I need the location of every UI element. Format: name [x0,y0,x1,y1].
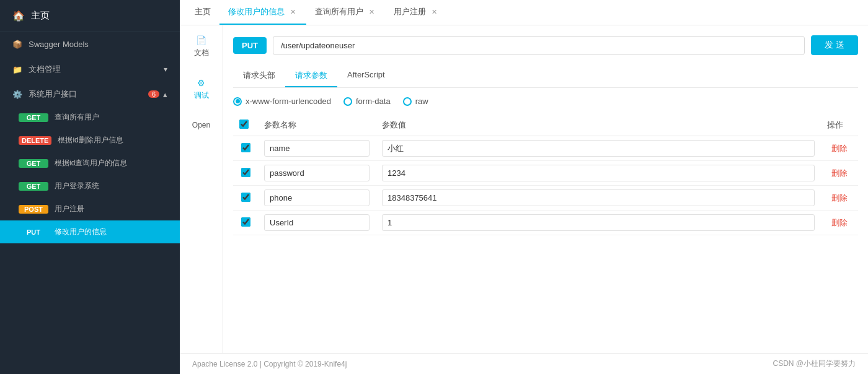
left-panel-debug-label: 调试 [194,90,209,101]
param-value-input-0[interactable] [382,140,815,157]
swagger-icon: 📦 [12,40,22,49]
param-checkbox-2[interactable] [241,193,250,202]
collapse-icon: ▴ [163,90,167,99]
debug-panel-icon: ⚙ [197,78,205,88]
param-name-cell [258,211,376,235]
method-badge-put: PUT [19,228,48,237]
home-icon: 🏠 [12,10,25,22]
sidebar-home[interactable]: 🏠 主页 [0,0,180,32]
delete-button-0[interactable]: 删除 [831,143,848,154]
param-name-input-0[interactable] [264,140,370,157]
main-content: 主页 修改用户的信息 ✕ 查询所有用户 ✕ 用户注册 ✕ 📄 文档 [180,0,868,374]
method-badge-post: POST [19,205,48,214]
params-table-header: 参数名称 参数值 操作 [233,115,858,136]
tab-home[interactable]: 主页 [186,0,219,25]
param-name-input-1[interactable] [264,165,370,181]
delete-button-2[interactable]: 删除 [831,193,848,204]
sidebar-api-label-0: 查询所有用户 [55,112,99,123]
params-table-body: 删除 删除 删除 [233,136,858,235]
sidebar-api-register[interactable]: POST 用户注册 [0,198,180,220]
tab-update-label: 修改用户的信息 [228,6,285,17]
footer-author: CSDN @小杜同学要努力 [773,359,856,369]
param-check-cell [233,136,258,161]
param-checkbox-0[interactable] [241,143,250,152]
radio-urlencoded-label: x-www-form-urlencoded [246,97,331,106]
param-value-input-1[interactable] [382,165,815,181]
radio-formdata-circle [343,97,352,106]
param-op-cell: 删除 [821,161,858,186]
radio-urlencoded[interactable]: x-www-form-urlencoded [233,97,331,106]
tab-register-label: 用户注册 [394,6,426,17]
param-name-cell [258,186,376,211]
param-checkbox-1[interactable] [241,168,250,177]
sidebar-api-get-all[interactable]: GET 查询所有用户 [0,106,180,129]
param-name-cell [258,136,376,161]
left-panel-doc[interactable]: 📄 文档 [190,32,213,62]
table-row: 删除 [233,136,858,161]
radio-formdata[interactable]: form-data [343,97,391,106]
select-all-checkbox[interactable] [239,120,249,129]
sidebar-api-get-by-id[interactable]: GET 根据id查询用户的信息 [0,152,180,175]
req-tab-headers[interactable]: 请求头部 [233,65,285,87]
method-badge-get3: GET [19,182,48,191]
radio-formdata-label: form-data [356,97,391,106]
tab-update[interactable]: 修改用户的信息 ✕ [219,0,306,25]
sidebar-api-login[interactable]: GET 用户登录系统 [0,175,180,198]
footer-license: Apache License 2.0 | Copyright © 2019-Kn… [192,360,347,368]
req-tab-params[interactable]: 请求参数 [285,65,337,87]
param-name-input-2[interactable] [264,189,370,206]
left-panel-debug[interactable]: ⚙ 调试 [190,74,213,105]
col-header-op: 操作 [821,115,858,136]
col-header-value: 参数值 [376,115,821,136]
right-panel: PUT 发 送 请求头部 请求参数 AfterScript x-www-form… [223,25,868,353]
sidebar-api-label-5: 修改用户的信息 [55,227,107,237]
delete-button-1[interactable]: 删除 [831,168,848,179]
left-panel-open[interactable]: Open [188,117,214,133]
expand-icon: ▾ [164,65,167,74]
req-tab-afterscript[interactable]: AfterScript [337,65,395,87]
tab-home-label: 主页 [195,6,211,17]
param-op-cell: 删除 [821,186,858,211]
param-check-cell [233,161,258,186]
sidebar-api-delete[interactable]: DELETE 根据id删除用户信息 [0,129,180,152]
api-badge: 6 [148,90,159,98]
sidebar-swagger[interactable]: 📦 Swagger Models [0,32,180,56]
radio-raw-circle [403,97,412,106]
sidebar-api-label-1: 根据id删除用户信息 [58,135,123,146]
sidebar-api-section[interactable]: ⚙️ 系统用户接口 6 ▴ [0,82,180,106]
tab-register[interactable]: 用户注册 ✕ [385,0,448,25]
sidebar-api-update[interactable]: PUT 修改用户的信息 [0,220,180,243]
url-input[interactable] [273,36,805,55]
tab-update-close[interactable]: ✕ [288,7,298,17]
tab-query-all-label: 查询所有用户 [315,6,363,17]
method-badge-delete: DELETE [19,136,51,145]
param-checkbox-3[interactable] [241,217,250,227]
send-button[interactable]: 发 送 [811,35,858,55]
left-panel: 📄 文档 ⚙ 调试 Open [180,25,223,353]
radio-raw[interactable]: raw [403,97,428,106]
delete-button-3[interactable]: 删除 [831,217,848,228]
param-value-cell [376,161,821,186]
param-name-cell [258,161,376,186]
sidebar-api-label-2: 根据id查询用户的信息 [55,158,127,168]
tab-query-all-close[interactable]: ✕ [367,7,376,17]
left-panel-open-label: Open [192,121,210,129]
doc-panel-icon: 📄 [196,35,206,45]
sidebar-docmgmt[interactable]: 📁 文档管理 ▾ [0,56,180,82]
table-row: 删除 [233,186,858,211]
sidebar: 🏠 主页 📦 Swagger Models 📁 文档管理 ▾ ⚙️ 系统用户接口… [0,0,180,374]
tab-query-all[interactable]: 查询所有用户 ✕ [306,0,385,25]
param-value-cell [376,136,821,161]
radio-urlencoded-circle [233,97,242,106]
param-check-cell [233,211,258,235]
col-header-check [233,115,258,136]
param-name-input-3[interactable] [264,214,370,231]
url-bar: PUT 发 送 [233,35,858,55]
sidebar-section-left: ⚙️ 系统用户接口 [12,89,77,100]
param-value-input-3[interactable] [382,214,815,231]
param-op-cell: 删除 [821,136,858,161]
sidebar-section-right: 6 ▴ [148,90,167,99]
param-value-input-2[interactable] [382,189,815,206]
tab-register-close[interactable]: ✕ [430,7,439,17]
request-tabs: 请求头部 请求参数 AfterScript [233,65,858,88]
